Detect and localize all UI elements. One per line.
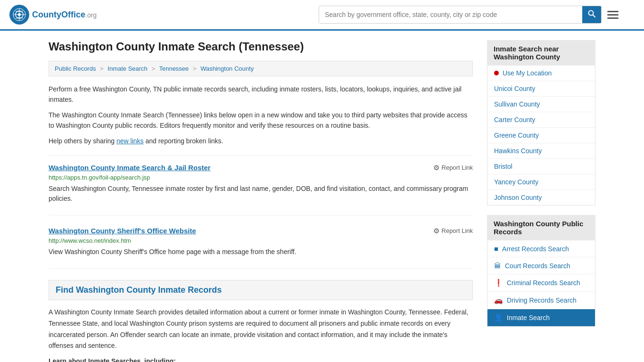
location-dot-icon bbox=[494, 71, 499, 75]
arrest-label: Arrest Records Search bbox=[502, 245, 569, 253]
nearby-section: Inmate Search near Washington County Use… bbox=[487, 40, 595, 206]
sullivan-county-link[interactable]: Sullivan County bbox=[487, 97, 595, 112]
driving-label: Driving Records Search bbox=[507, 296, 577, 304]
learn-heading: Learn about Inmate Searches, including: bbox=[49, 357, 473, 362]
carter-label: Carter County bbox=[494, 116, 535, 123]
link-item-2-header: Washington County Sheriff's Office Websi… bbox=[49, 227, 473, 235]
link-url-2: http://www.wcso.net/index.htm bbox=[49, 237, 473, 244]
public-records-heading: Washington County Public Records bbox=[487, 215, 595, 240]
pr-inmate[interactable]: 👤 Inmate Search bbox=[487, 309, 595, 326]
breadcrumb-inmate-search[interactable]: Inmate Search bbox=[107, 65, 148, 72]
nearby-heading: Inmate Search near Washington County bbox=[487, 40, 595, 66]
driving-icon: 🚗 bbox=[494, 296, 503, 304]
pr-court[interactable]: 🏛 Court Records Search bbox=[487, 257, 595, 274]
header: CountyOffice.org bbox=[0, 0, 644, 31]
bristol-link[interactable]: Bristol bbox=[487, 159, 595, 174]
public-records-section: Washington County Public Records ■ Arres… bbox=[487, 215, 595, 327]
section-body: A Washington County Inmate Search provid… bbox=[49, 307, 473, 352]
link-title-2[interactable]: Washington County Sheriff's Office Websi… bbox=[49, 227, 196, 235]
nearby-bristol[interactable]: Bristol bbox=[487, 159, 595, 174]
nearby-unicoi[interactable]: Unicoi County bbox=[487, 81, 595, 97]
breadcrumb-public-records[interactable]: Public Records bbox=[55, 65, 96, 72]
report-link-button-2[interactable]: ⚙ Report Link bbox=[433, 227, 473, 235]
sidebar: Inmate Search near Washington County Use… bbox=[487, 40, 595, 362]
use-location-label: Use My Location bbox=[503, 69, 552, 77]
section-heading: Find Washington County Inmate Records bbox=[49, 280, 473, 300]
link-item-1: Washington County Inmate Search & Jail R… bbox=[49, 164, 473, 215]
breadcrumb-sep-3: > bbox=[193, 65, 197, 72]
use-location-item[interactable]: Use My Location bbox=[487, 66, 595, 81]
nearby-hawkins[interactable]: Hawkins County bbox=[487, 143, 595, 159]
link-section: Washington County Inmate Search & Jail R… bbox=[49, 156, 473, 269]
public-records-list: ■ Arrest Records Search 🏛 Court Records … bbox=[487, 240, 595, 327]
report-icon-2: ⚙ bbox=[433, 227, 439, 235]
carter-county-link[interactable]: Carter County bbox=[487, 112, 595, 127]
hawkins-label: Hawkins County bbox=[494, 147, 542, 155]
search-input[interactable] bbox=[319, 6, 582, 23]
pr-arrest[interactable]: ■ Arrest Records Search bbox=[487, 240, 595, 257]
inmate-search-link[interactable]: 👤 Inmate Search bbox=[487, 309, 595, 326]
search-input-wrap bbox=[319, 6, 602, 24]
link-desc-1: Search Washington County, Tennessee inma… bbox=[49, 184, 473, 204]
new-links-link[interactable]: new links bbox=[116, 137, 144, 145]
nearby-yancey[interactable]: Yancey County bbox=[487, 174, 595, 190]
court-icon: 🏛 bbox=[494, 262, 501, 270]
nearby-greene[interactable]: Greene County bbox=[487, 128, 595, 143]
svg-line-6 bbox=[593, 15, 595, 17]
description-1: Perform a free Washington County, TN pub… bbox=[49, 84, 473, 105]
description-3: Help others by sharing new links and rep… bbox=[49, 136, 473, 146]
search-area bbox=[319, 6, 620, 24]
description-3-pre: Help others by sharing bbox=[49, 137, 116, 145]
search-button[interactable] bbox=[582, 6, 601, 23]
report-link-label-1: Report Link bbox=[442, 164, 473, 171]
link-item-1-header: Washington County Inmate Search & Jail R… bbox=[49, 164, 473, 172]
nearby-carter[interactable]: Carter County bbox=[487, 112, 595, 128]
pr-driving[interactable]: 🚗 Driving Records Search bbox=[487, 292, 595, 309]
logo-area: CountyOffice.org bbox=[9, 5, 97, 25]
link-desc-2: View Washington County Sheriff's Office … bbox=[49, 247, 473, 257]
yancey-label: Yancey County bbox=[494, 178, 538, 186]
criminal-icon: ❗ bbox=[494, 279, 503, 287]
use-location-link[interactable]: Use My Location bbox=[487, 66, 595, 81]
sullivan-label: Sullivan County bbox=[494, 100, 540, 108]
breadcrumb: Public Records > Inmate Search > Tenness… bbox=[49, 61, 473, 76]
link-item-2: Washington County Sheriff's Office Websi… bbox=[49, 227, 473, 269]
logo-icon bbox=[9, 5, 29, 25]
johnson-county-link[interactable]: Johnson County bbox=[487, 190, 595, 205]
page-title: Washington County Inmate Search (Tenness… bbox=[49, 40, 473, 53]
unicoi-label: Unicoi County bbox=[494, 85, 535, 92]
logo-brand: CountyOffice.org bbox=[32, 10, 97, 20]
inmate-icon: 👤 bbox=[494, 313, 503, 322]
link-url-1: https://apps.tn.gov/foil-app/search.jsp bbox=[49, 174, 473, 181]
breadcrumb-washington-county[interactable]: Washington County bbox=[200, 65, 254, 72]
greene-label: Greene County bbox=[494, 132, 539, 139]
nearby-list: Use My Location Unicoi County Sullivan C… bbox=[487, 66, 595, 206]
johnson-label: Johnson County bbox=[494, 194, 542, 201]
arrest-records-link[interactable]: ■ Arrest Records Search bbox=[487, 240, 595, 257]
inmate-label: Inmate Search bbox=[507, 314, 550, 321]
report-link-button-1[interactable]: ⚙ Report Link bbox=[433, 164, 473, 172]
nearby-sullivan[interactable]: Sullivan County bbox=[487, 97, 595, 112]
link-title-1[interactable]: Washington County Inmate Search & Jail R… bbox=[49, 164, 211, 172]
pr-criminal[interactable]: ❗ Criminal Records Search bbox=[487, 274, 595, 292]
criminal-label: Criminal Records Search bbox=[507, 279, 580, 287]
nearby-johnson[interactable]: Johnson County bbox=[487, 190, 595, 205]
hamburger-menu-button[interactable] bbox=[605, 9, 620, 21]
content-area: Washington County Inmate Search (Tenness… bbox=[49, 40, 473, 362]
description-3-post: and reporting broken links. bbox=[144, 137, 223, 145]
report-link-label-2: Report Link bbox=[442, 227, 473, 234]
hawkins-county-link[interactable]: Hawkins County bbox=[487, 143, 595, 158]
breadcrumb-tennessee[interactable]: Tennessee bbox=[159, 65, 189, 72]
arrest-icon: ■ bbox=[494, 245, 498, 253]
criminal-records-link[interactable]: ❗ Criminal Records Search bbox=[487, 274, 595, 291]
description-2: The Washington County Inmate Search (Ten… bbox=[49, 110, 473, 131]
court-records-link[interactable]: 🏛 Court Records Search bbox=[487, 257, 595, 274]
report-icon-1: ⚙ bbox=[433, 164, 439, 172]
greene-county-link[interactable]: Greene County bbox=[487, 128, 595, 143]
unicoi-county-link[interactable]: Unicoi County bbox=[487, 81, 595, 96]
court-label: Court Records Search bbox=[505, 262, 570, 270]
driving-records-link[interactable]: 🚗 Driving Records Search bbox=[487, 292, 595, 309]
main-container: Washington County Inmate Search (Tenness… bbox=[39, 31, 605, 362]
yancey-county-link[interactable]: Yancey County bbox=[487, 174, 595, 189]
bristol-label: Bristol bbox=[494, 163, 512, 170]
